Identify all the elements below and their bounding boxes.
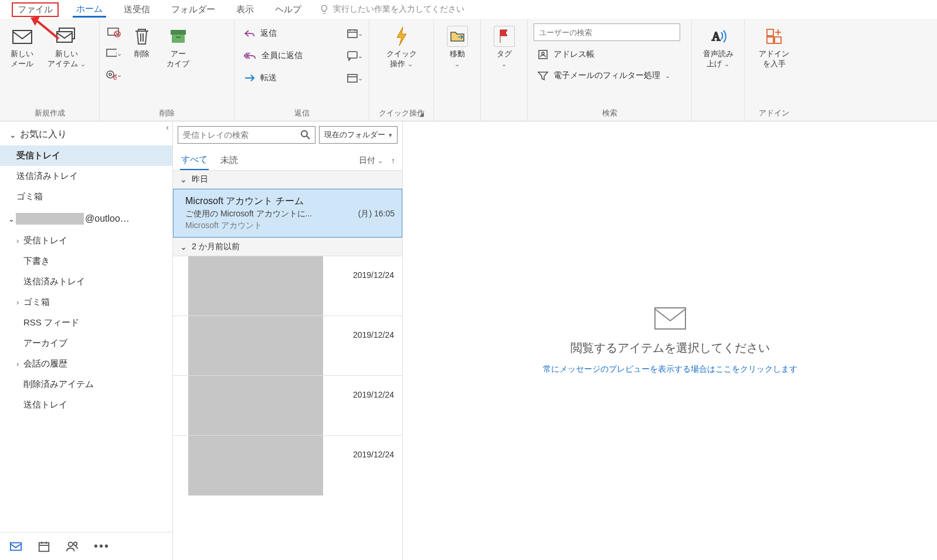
move-button[interactable]: 移動⌄ — [442, 23, 473, 72]
tab-file[interactable]: ファイル — [12, 2, 59, 17]
dialog-launcher-icon[interactable]: ◢ — [419, 111, 424, 117]
more-reply-button[interactable]: ⌄ — [347, 72, 363, 84]
junk-button[interactable]: ⌄ — [106, 68, 122, 81]
sort-dir[interactable]: ↑ — [391, 156, 395, 165]
reply-all-button[interactable]: 全員に返信 — [240, 48, 306, 63]
archive-icon — [168, 26, 189, 47]
svg-rect-13 — [348, 52, 357, 58]
addressbook-button[interactable]: アドレス帳 — [534, 47, 598, 62]
svg-rect-5 — [107, 49, 117, 56]
meeting-button[interactable]: ⌄ — [347, 27, 363, 40]
tell-me[interactable]: 実行したい作業を入力してください — [319, 4, 464, 15]
nav-more-icon[interactable]: ••• — [94, 539, 110, 553]
sort-by[interactable]: 日付 ⌄ — [359, 155, 383, 166]
move-folder-icon — [447, 26, 468, 47]
flag-icon — [494, 26, 515, 47]
fav-inbox[interactable]: 受信トレイ — [0, 145, 172, 166]
speech-icon: A — [708, 26, 729, 47]
tab-folder[interactable]: フォルダー — [168, 2, 219, 18]
folder-archive[interactable]: アーカイブ — [0, 333, 172, 354]
quick-steps-button[interactable]: クイック 操作 ⌄ — [382, 23, 422, 72]
reading-pane-link[interactable]: 常にメッセージのプレビューを表示する場合はここをクリックします — [543, 364, 797, 375]
move-label: 移動⌄ — [450, 49, 465, 69]
reply-button[interactable]: 返信 — [240, 26, 280, 41]
group-yesterday[interactable]: ⌄昨日 — [173, 170, 402, 189]
svg-rect-0 — [13, 30, 32, 43]
message-search[interactable] — [178, 126, 315, 144]
tab-sendrecv[interactable]: 送受信 — [120, 2, 154, 18]
fav-sent[interactable]: 送信済みトレイ — [0, 166, 172, 186]
msg-time: (月) 16:05 — [358, 209, 395, 219]
forward-button[interactable]: 転送 — [240, 70, 280, 86]
message-item-redacted[interactable]: 2019/12/24 — [173, 376, 402, 436]
folder-rss[interactable]: RSS フィード — [0, 313, 172, 333]
folder-deleted[interactable]: 削除済みアイテム — [0, 374, 172, 395]
msg-date: 2019/12/24 — [353, 316, 402, 375]
filter-all[interactable]: すべて — [180, 151, 209, 170]
message-item-1[interactable]: Microsoft アカウント チーム ご使用の Microsoft アカウント… — [173, 189, 402, 237]
svg-point-24 — [74, 542, 77, 545]
folder-inbox[interactable]: 受信トレイ — [0, 230, 172, 251]
redacted-account — [16, 213, 84, 225]
svg-rect-20 — [767, 37, 773, 43]
ribbon-group-delete-label: 削除 — [106, 106, 228, 120]
svg-point-16 — [542, 52, 544, 55]
nav-people-icon[interactable] — [66, 540, 79, 553]
message-item-redacted[interactable]: 2019/12/24 — [173, 316, 402, 376]
cleanup-button[interactable]: ⌄ — [106, 47, 122, 60]
svg-rect-18 — [767, 29, 773, 36]
delete-button[interactable]: 削除 — [127, 23, 157, 62]
tab-bar: ファイル ホーム 送受信 フォルダー 表示 ヘルプ 実行したい作業を入力してくだ… — [0, 0, 937, 19]
svg-rect-22 — [39, 542, 49, 551]
addin-icon — [763, 26, 785, 47]
msg-date: 2019/12/24 — [353, 256, 402, 315]
folder-sent[interactable]: 送信済みトレイ — [0, 271, 172, 292]
svg-rect-19 — [775, 37, 781, 43]
group-older[interactable]: ⌄2 か月前以前 — [173, 237, 402, 256]
tab-view[interactable]: 表示 — [233, 2, 257, 18]
message-item-redacted[interactable]: 2019/12/24 — [173, 436, 402, 495]
search-scope-dropdown[interactable]: 現在のフォルダー▾ — [319, 126, 398, 144]
ignore-button[interactable] — [106, 26, 122, 39]
fav-trash[interactable]: ゴミ箱 — [0, 186, 172, 207]
archive-button[interactable]: アー カイブ — [162, 23, 194, 72]
folder-drafts[interactable]: 下書き — [0, 251, 172, 271]
favorites-header[interactable]: お気に入り — [0, 121, 172, 145]
account-header[interactable]: ⌄ @outloo… — [0, 207, 172, 230]
people-search-input[interactable] — [534, 23, 680, 41]
redacted-block — [188, 316, 323, 375]
message-item-redacted[interactable]: 2019/12/24 — [173, 256, 402, 316]
new-mail-label: 新しい メール — [11, 49, 33, 69]
filter-label: 電子メールのフィルター処理 — [554, 70, 660, 81]
nav-mail-icon[interactable] — [9, 540, 22, 553]
tab-home[interactable]: ホーム — [73, 1, 106, 18]
folder-trash[interactable]: ゴミ箱 — [0, 292, 172, 313]
svg-rect-9 — [171, 30, 186, 35]
svg-rect-2 — [57, 32, 72, 42]
collapse-folder-pane[interactable]: ‹ — [166, 123, 169, 132]
im-button[interactable]: ⌄ — [347, 49, 363, 62]
folder-conversation[interactable]: 会話の履歴 — [0, 354, 172, 374]
svg-rect-10 — [172, 35, 185, 43]
filter-button[interactable]: 電子メールのフィルター処理 ⌄ — [534, 68, 674, 83]
redacted-block — [188, 376, 323, 435]
search-icon[interactable] — [296, 127, 315, 143]
new-item-button[interactable]: 新しい アイテム ⌄ — [43, 23, 90, 72]
delete-label: 削除 — [134, 49, 150, 59]
tag-button[interactable]: タグ⌄ — [489, 23, 520, 72]
ribbon-group-speech-spacer — [698, 107, 738, 120]
filter-unread[interactable]: 未読 — [219, 151, 239, 169]
forward-icon — [244, 74, 256, 82]
read-aloud-button[interactable]: A 音声読み 上げ ⌄ — [698, 23, 738, 72]
tab-help[interactable]: ヘルプ — [271, 2, 305, 18]
folder-outbox[interactable]: 送信トレイ — [0, 395, 172, 415]
new-mail-button[interactable]: 新しい メール — [6, 23, 38, 72]
addressbook-icon — [537, 49, 549, 60]
lightning-icon — [391, 26, 412, 47]
get-addins-button[interactable]: アドイン を入手 — [754, 23, 794, 72]
quick-label: クイック 操作 ⌄ — [386, 49, 417, 69]
redacted-block — [188, 256, 323, 315]
trash-icon — [131, 26, 152, 47]
message-search-input[interactable] — [178, 127, 296, 143]
nav-calendar-icon[interactable] — [38, 540, 50, 553]
